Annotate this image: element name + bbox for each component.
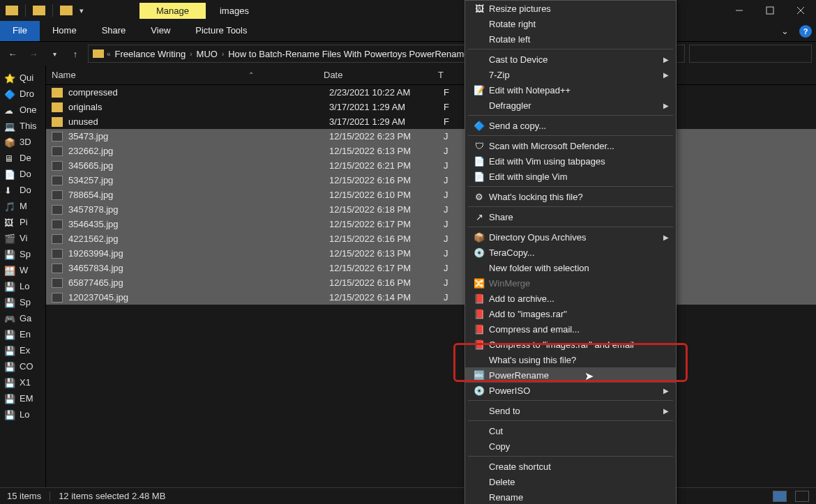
file-row[interactable]: 19263994.jpg 12/15/2022 6:13 PM J	[46, 246, 816, 261]
back-button[interactable]: ←	[4, 45, 21, 62]
menu-item[interactable]: 7-Zip ▶	[465, 67, 676, 82]
menu-item[interactable]: Send to ▶	[465, 403, 676, 418]
sidebar-item[interactable]: 🪟W	[0, 262, 45, 278]
col-date[interactable]: Date	[324, 70, 438, 80]
file-tab[interactable]: File	[0, 21, 40, 41]
menu-item[interactable]: 📄 Edit with single Vim	[465, 169, 676, 184]
sidebar-item[interactable]: 🎮Ga	[0, 310, 45, 326]
breadcrumb[interactable]: How to Batch-Rename Files With Powertoys…	[227, 49, 470, 59]
menu-item[interactable]: Rotate left	[465, 31, 676, 47]
details-view-button[interactable]	[773, 491, 787, 502]
file-row[interactable]: compressed 2/23/2021 10:22 AM F	[46, 85, 816, 100]
recent-dropdown-icon[interactable]: ▾	[46, 45, 63, 62]
sidebar-item[interactable]: 💾Lo	[0, 278, 45, 294]
menu-item[interactable]: 📕 Compress to "images.rar" and email	[465, 337, 676, 352]
minimize-button[interactable]	[724, 0, 755, 21]
column-header[interactable]: Name ⌃ Date T	[46, 66, 816, 85]
menu-item[interactable]: 📕 Add to "images.rar"	[465, 306, 676, 321]
menu-item-icon: 💿	[472, 247, 486, 258]
file-row[interactable]: 788654.jpg 12/15/2022 6:10 PM J	[46, 188, 816, 202]
menu-item[interactable]: 📦 Directory Opus Archives ▶	[465, 229, 676, 245]
sidebar-item[interactable]: 🎵M	[0, 198, 45, 214]
breadcrumb[interactable]: Freelance Writing	[114, 49, 188, 59]
menu-item[interactable]: Create shortcut	[465, 459, 676, 474]
menu-item[interactable]: 🔷 Send a copy...	[465, 118, 676, 133]
breadcrumb[interactable]: MUO	[195, 49, 219, 59]
sidebar-item[interactable]: 💾Ex	[0, 342, 45, 358]
up-button[interactable]: ↑	[67, 45, 84, 62]
sidebar-item[interactable]: 💾Sp	[0, 246, 45, 262]
menu-item[interactable]: 💿 TeraCopy...	[465, 245, 676, 260]
sidebar-item[interactable]: 🎬Vi	[0, 230, 45, 246]
sidebar-item[interactable]: 💾CO	[0, 358, 45, 374]
menu-item[interactable]: Copy	[465, 438, 676, 454]
menu-item[interactable]: 📕 Compress and email...	[465, 321, 676, 337]
picture-tools-tab[interactable]: Picture Tools	[183, 21, 259, 41]
nav-sidebar[interactable]: ⭐Qui🔷Dro☁One💻This📦3D🖥De📄Do⬇Do🎵M🖼Pi🎬Vi💾Sp…	[0, 66, 46, 487]
manage-tab[interactable]: Manage	[139, 3, 206, 19]
sidebar-item[interactable]: 💻This	[0, 118, 45, 134]
sidebar-item[interactable]: ⬇Do	[0, 182, 45, 198]
large-icons-view-button[interactable]	[795, 491, 809, 502]
col-name[interactable]: Name	[52, 70, 324, 80]
file-row[interactable]: 34657834.jpg 12/15/2022 6:17 PM J	[46, 261, 816, 275]
sidebar-item[interactable]: 💾Lo	[0, 406, 45, 422]
menu-item[interactable]: 🛡 Scan with Microsoft Defender...	[465, 138, 676, 153]
menu-item[interactable]: Defraggler ▶	[465, 98, 676, 113]
sidebar-item[interactable]: 💾EM	[0, 390, 45, 406]
sidebar-item[interactable]: 🔷Dro	[0, 86, 45, 102]
file-row[interactable]: 120237045.jpg 12/15/2022 6:14 PM J	[46, 290, 816, 305]
sidebar-item[interactable]: 🖥De	[0, 150, 45, 166]
sidebar-item[interactable]: 💾En	[0, 326, 45, 342]
menu-item[interactable]: ⚙ What's locking this file?	[465, 189, 676, 204]
menu-item[interactable]: Cut	[465, 423, 676, 438]
file-row[interactable]: 345665.jpg 12/15/2022 6:21 PM J	[46, 158, 816, 173]
quick-access-icon[interactable]	[6, 6, 18, 15]
sidebar-item[interactable]: ☁One	[0, 102, 45, 118]
sidebar-item[interactable]: ⭐Qui	[0, 70, 45, 86]
menu-item[interactable]: ↗ Share	[465, 209, 676, 224]
col-type[interactable]: T	[438, 70, 444, 80]
file-row[interactable]: 35473.jpg 12/15/2022 6:23 PM J	[46, 129, 816, 144]
menu-item[interactable]: Cast to Device ▶	[465, 52, 676, 67]
forward-button[interactable]: →	[25, 45, 42, 62]
help-button[interactable]: ?	[795, 21, 816, 41]
menu-item[interactable]: 🖼 Resize pictures	[465, 1, 676, 16]
menu-item[interactable]: 🔤 PowerRename	[465, 367, 676, 383]
maximize-button[interactable]	[755, 0, 785, 21]
file-row[interactable]: 3457878.jpg 12/15/2022 6:18 PM J	[46, 202, 816, 217]
menu-item[interactable]: Delete	[465, 474, 676, 489]
menu-item[interactable]: 📄 Edit with Vim using tabpages	[465, 153, 676, 169]
quick-access-icon[interactable]	[33, 6, 45, 15]
menu-item[interactable]: What's using this file?	[465, 352, 676, 367]
file-row[interactable]: unused 3/17/2021 1:29 AM F	[46, 114, 816, 129]
menu-item: 🔀 WinMerge	[465, 275, 676, 291]
quick-access-icon[interactable]	[60, 6, 73, 15]
sidebar-icon: 💾	[4, 250, 15, 259]
menu-item[interactable]: Rename	[465, 489, 676, 504]
menu-item[interactable]: New folder with selection	[465, 260, 676, 275]
qat-dropdown-icon[interactable]: ▾	[80, 6, 84, 15]
sidebar-item[interactable]: 📦3D	[0, 134, 45, 150]
file-row[interactable]: 65877465.jpg 12/15/2022 6:16 PM J	[46, 275, 816, 290]
view-tab[interactable]: View	[138, 21, 183, 41]
file-row[interactable]: 4221562.jpg 12/15/2022 6:16 PM J	[46, 231, 816, 246]
close-button[interactable]	[785, 0, 816, 21]
sidebar-item[interactable]: 📄Do	[0, 166, 45, 182]
file-row[interactable]: originals 3/17/2021 1:29 AM F	[46, 100, 816, 114]
ribbon-expand-icon[interactable]: ⌄	[774, 21, 795, 41]
menu-item[interactable]: 📕 Add to archive...	[465, 291, 676, 306]
menu-item[interactable]: Rotate right	[465, 16, 676, 31]
sidebar-item[interactable]: 🖼Pi	[0, 214, 45, 230]
file-type: J	[444, 204, 448, 215]
file-row[interactable]: 232662.jpg 12/15/2022 6:13 PM J	[46, 144, 816, 158]
sidebar-item[interactable]: 💾Sp	[0, 294, 45, 310]
share-tab[interactable]: Share	[89, 21, 139, 41]
file-row[interactable]: 534257.jpg 12/15/2022 6:16 PM J	[46, 173, 816, 188]
menu-item[interactable]: 💿 PowerISO ▶	[465, 383, 676, 398]
home-tab[interactable]: Home	[40, 21, 89, 41]
menu-item[interactable]: 📝 Edit with Notepad++	[465, 82, 676, 98]
file-row[interactable]: 3546435.jpg 12/15/2022 6:17 PM J	[46, 217, 816, 231]
sidebar-item[interactable]: 💾X1	[0, 374, 45, 390]
search-input[interactable]	[689, 45, 812, 63]
